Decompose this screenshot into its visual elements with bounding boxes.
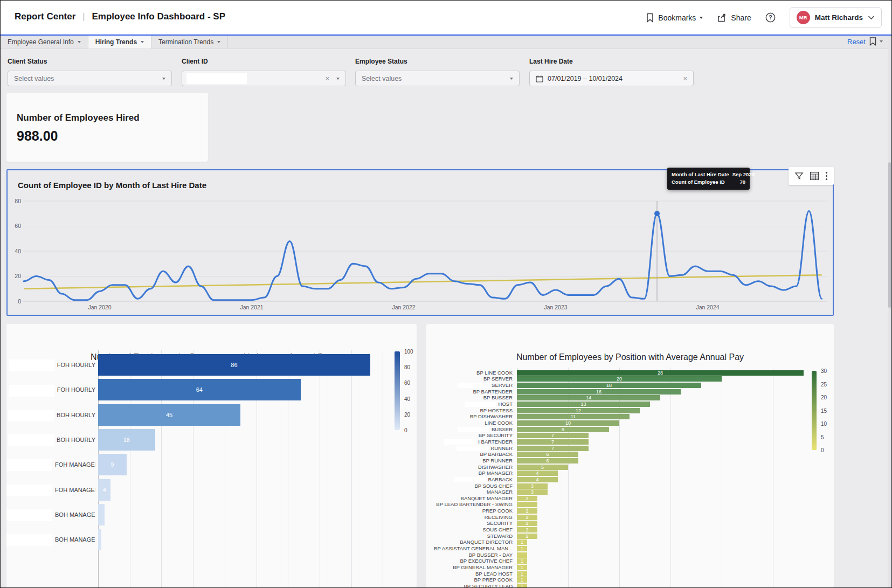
redacted-label-box xyxy=(458,383,489,388)
bar[interactable]: 6 xyxy=(517,458,578,464)
bar[interactable]: 1 xyxy=(517,539,527,545)
colorbar-tick-label: 20 xyxy=(821,395,827,400)
bar[interactable]: 2 xyxy=(517,508,537,514)
employee-status-select[interactable]: Select values xyxy=(355,71,520,86)
share-button[interactable]: Share xyxy=(717,13,751,23)
bar[interactable]: 16 xyxy=(517,389,681,395)
tab-label: Employee General Info xyxy=(8,38,74,46)
bar[interactable]: 1 xyxy=(517,558,527,564)
bar[interactable]: 1 xyxy=(517,546,527,551)
bar[interactable]: 2 xyxy=(517,521,537,526)
scrollbar-thumb[interactable] xyxy=(888,162,891,308)
page-scrollbar[interactable] xyxy=(888,36,891,587)
category-label: PREP COOK xyxy=(426,508,513,514)
category-label: BP MANAGER xyxy=(426,471,513,476)
bar[interactable] xyxy=(98,529,101,550)
filter-label: Client Status xyxy=(8,58,172,65)
category-label: STEWARD xyxy=(426,534,513,539)
tab-hiring-trends[interactable]: Hiring Trends xyxy=(88,36,151,49)
bar[interactable]: 12 xyxy=(517,408,640,413)
kebab-menu-icon[interactable] xyxy=(825,171,828,181)
bar[interactable] xyxy=(517,552,527,558)
bar[interactable]: 9 xyxy=(98,454,127,475)
position-chart-card[interactable]: Number of Employees by Position with Ave… xyxy=(426,324,834,588)
user-menu-button[interactable]: MR Matt Richards xyxy=(790,7,882,28)
bar[interactable]: 2 xyxy=(517,534,537,539)
line-chart-card[interactable]: Count of Employee ID by Month of Last Hi… xyxy=(6,169,834,316)
bar[interactable]: 7 xyxy=(517,433,589,438)
bar[interactable]: 2 xyxy=(517,527,537,532)
bar[interactable]: 3 xyxy=(517,489,548,495)
bar[interactable]: 4 xyxy=(98,479,110,501)
chart-gridline xyxy=(351,350,352,588)
bar[interactable]: 1 xyxy=(517,571,527,577)
bar[interactable]: 1 xyxy=(517,577,527,583)
bar[interactable]: 9 xyxy=(517,427,609,432)
bar[interactable] xyxy=(98,504,105,525)
bar[interactable]: 14 xyxy=(517,395,660,400)
bar[interactable]: 4 xyxy=(517,477,558,482)
bar[interactable]: 5 xyxy=(517,465,568,470)
colorbar-tick-label: 40 xyxy=(404,396,410,402)
colorbar-tick-label: 30 xyxy=(821,368,827,374)
redacted-label-box xyxy=(465,402,496,407)
bar[interactable]: 11 xyxy=(517,414,630,419)
filter-label: Client ID xyxy=(182,58,346,65)
filter-employee-status: Employee Status Select values xyxy=(355,58,520,86)
bar[interactable]: 7 xyxy=(517,439,589,445)
bar[interactable]: 64 xyxy=(98,379,301,400)
department-chart-card[interactable]: Number of Employees by Department with A… xyxy=(6,324,417,588)
redacted-value-chip xyxy=(186,73,247,84)
bar[interactable]: 18 xyxy=(98,429,155,451)
bar[interactable]: 7 xyxy=(517,446,589,451)
redacted-label-box xyxy=(457,446,488,451)
client-id-select[interactable]: × xyxy=(182,71,346,86)
category-label: DISHWASHER xyxy=(426,465,513,470)
filter-label: Employee Status xyxy=(355,58,520,65)
clear-x-icon[interactable]: × xyxy=(325,75,329,82)
category-label: SECURITY xyxy=(426,521,513,526)
category-label: BP SOUS CHEF xyxy=(426,483,513,489)
dropdown-caret-icon xyxy=(510,78,513,80)
bar-value-label: 6 xyxy=(517,458,578,464)
bar-value-label: 2 xyxy=(517,527,537,532)
category-label: FOH MANAGEMENT xyxy=(6,479,95,501)
kpi-card-employees-hired[interactable]: Number of Employees Hired 988.00 xyxy=(6,93,208,162)
bar-value-label: 45 xyxy=(98,404,240,426)
bar[interactable]: 3 xyxy=(517,483,548,489)
table-icon[interactable] xyxy=(810,171,819,181)
svg-text:Jan 2021: Jan 2021 xyxy=(240,304,263,310)
bar[interactable]: 86 xyxy=(98,354,370,376)
bar[interactable]: 1 xyxy=(517,565,527,570)
line-chart-plot[interactable]: 020406080Jan 2020Jan 2021Jan 2022Jan 202… xyxy=(8,170,833,314)
bar[interactable]: 6 xyxy=(517,452,578,457)
bar[interactable]: 2 xyxy=(517,515,537,520)
bar[interactable]: 18 xyxy=(517,383,701,388)
bar[interactable]: 13 xyxy=(517,402,650,407)
clear-x-icon[interactable]: × xyxy=(683,74,687,82)
category-label: HOST xyxy=(426,402,513,407)
bar-value-label: 2 xyxy=(517,515,537,520)
bar[interactable]: 20 xyxy=(517,376,722,382)
bar-value-label: 9 xyxy=(98,454,127,475)
bookmark-view-button[interactable] xyxy=(869,37,883,46)
tab-termination-trends[interactable]: Termination Trends xyxy=(151,36,228,49)
page-title: Report Center | Employee Info Dashboard … xyxy=(15,11,225,22)
bar[interactable]: 10 xyxy=(517,420,619,426)
date-range-input[interactable]: 07/01/2019 – 10/01/2024 × xyxy=(529,71,694,86)
bookmarks-button[interactable]: Bookmarks xyxy=(646,13,703,23)
bar[interactable]: 45 xyxy=(98,404,240,426)
filter-icon[interactable] xyxy=(794,171,804,181)
category-label: BOH MANAGEMENT xyxy=(6,504,95,525)
bar[interactable] xyxy=(517,502,537,507)
client-status-select[interactable]: Select values xyxy=(8,71,172,86)
bar[interactable]: 2 xyxy=(517,496,537,501)
bar[interactable]: 1 xyxy=(517,584,527,588)
reset-filters-button[interactable]: Reset xyxy=(847,38,866,46)
help-button[interactable]: ? xyxy=(765,12,776,23)
bar[interactable]: 4 xyxy=(517,471,558,476)
filter-client-id: Client ID × xyxy=(182,58,346,86)
tab-employee-general-info[interactable]: Employee General Info xyxy=(1,36,88,49)
svg-text:?: ? xyxy=(769,14,772,20)
bar[interactable]: 28 xyxy=(517,370,804,376)
